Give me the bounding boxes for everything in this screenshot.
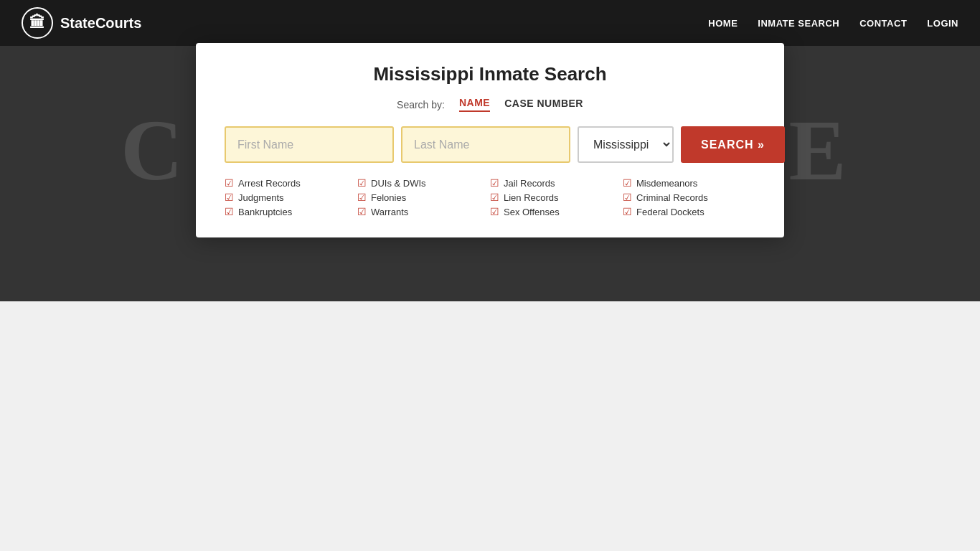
logo-icon: 🏛 bbox=[22, 7, 53, 39]
check-item: ☑Sex Offenses bbox=[490, 206, 623, 217]
check-item: ☑Misdemeanors bbox=[623, 177, 755, 189]
check-label: Criminal Records bbox=[636, 192, 708, 203]
check-icon: ☑ bbox=[490, 192, 499, 203]
tab-name[interactable]: NAME bbox=[459, 97, 490, 112]
search-by-label: Search by: bbox=[397, 99, 445, 110]
check-label: Judgments bbox=[238, 192, 284, 203]
check-icon: ☑ bbox=[490, 177, 499, 189]
check-item: ☑Arrest Records bbox=[225, 177, 357, 189]
check-icon: ☑ bbox=[357, 192, 367, 203]
check-label: Felonies bbox=[371, 192, 406, 203]
check-icon: ☑ bbox=[357, 206, 367, 217]
check-icon: ☑ bbox=[225, 206, 234, 217]
check-item: ☑Jail Records bbox=[490, 177, 623, 189]
check-item: ☑Felonies bbox=[357, 192, 490, 203]
check-label: Bankruptcies bbox=[238, 207, 292, 217]
check-label: Lien Records bbox=[504, 192, 559, 203]
nav-login[interactable]: LOGIN bbox=[927, 18, 958, 29]
nav-links: HOME INMATE SEARCH CONTACT LOGIN bbox=[708, 18, 958, 29]
check-label: Federal Dockets bbox=[636, 207, 705, 217]
nav-home[interactable]: HOME bbox=[708, 18, 738, 29]
check-item: ☑Bankruptcies bbox=[225, 206, 357, 217]
check-icon: ☑ bbox=[225, 192, 234, 203]
check-item: ☑Warrants bbox=[357, 206, 490, 217]
check-label: Warrants bbox=[371, 207, 408, 217]
check-item: ☑Judgments bbox=[225, 192, 357, 203]
check-icon: ☑ bbox=[623, 192, 632, 203]
check-icon: ☑ bbox=[623, 206, 632, 217]
search-button[interactable]: SEARCH » bbox=[681, 126, 785, 163]
state-select[interactable]: Mississippi bbox=[578, 126, 674, 163]
check-icon: ☑ bbox=[623, 177, 632, 189]
check-item: ☑Federal Dockets bbox=[623, 206, 755, 217]
last-name-input[interactable] bbox=[401, 126, 570, 163]
check-label: Arrest Records bbox=[238, 178, 301, 189]
tab-case-number[interactable]: CASE NUMBER bbox=[504, 98, 583, 111]
nav-contact[interactable]: CONTACT bbox=[859, 18, 907, 29]
logo-text: StateCourts bbox=[60, 15, 141, 32]
check-icon: ☑ bbox=[490, 206, 499, 217]
hero-section: COURTHOUSE 🏛 StateCourts HOME INMATE SEA… bbox=[0, 0, 980, 301]
search-card: Mississippi Inmate Search Search by: NAM… bbox=[196, 43, 784, 237]
check-label: DUIs & DWIs bbox=[371, 178, 426, 189]
first-name-input[interactable] bbox=[225, 126, 394, 163]
check-label: Misdemeanors bbox=[636, 178, 697, 189]
logo-link[interactable]: 🏛 StateCourts bbox=[22, 7, 141, 39]
check-label: Jail Records bbox=[504, 178, 555, 189]
check-label: Sex Offenses bbox=[504, 207, 560, 217]
check-icon: ☑ bbox=[225, 177, 234, 189]
check-item: ☑Criminal Records bbox=[623, 192, 755, 203]
checks-grid: ☑Arrest Records☑DUIs & DWIs☑Jail Records… bbox=[225, 177, 755, 217]
check-item: ☑DUIs & DWIs bbox=[357, 177, 490, 189]
check-item: ☑Lien Records bbox=[490, 192, 623, 203]
search-tabs: Search by: NAME CASE NUMBER bbox=[225, 97, 755, 112]
check-icon: ☑ bbox=[357, 177, 367, 189]
search-title: Mississippi Inmate Search bbox=[225, 63, 755, 85]
search-inputs: Mississippi SEARCH » bbox=[225, 126, 755, 163]
nav-inmate-search[interactable]: INMATE SEARCH bbox=[758, 18, 839, 29]
navigation: 🏛 StateCourts HOME INMATE SEARCH CONTACT… bbox=[0, 0, 980, 46]
